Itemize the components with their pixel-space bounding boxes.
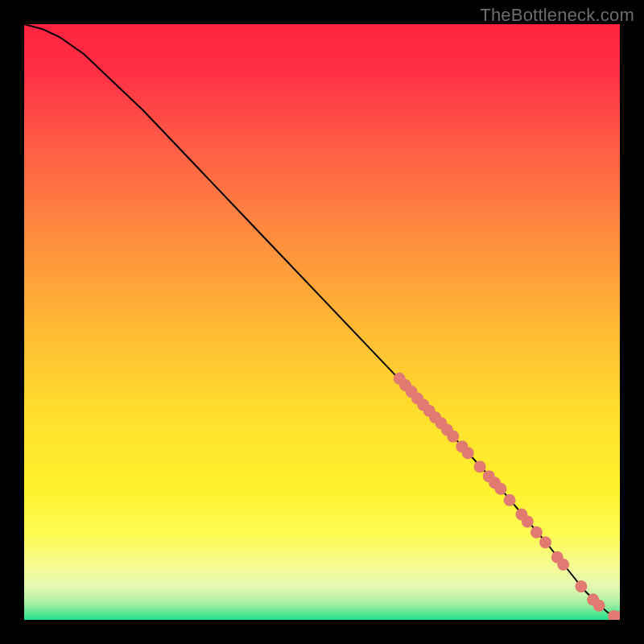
data-dot: [522, 515, 534, 527]
data-dot: [539, 536, 551, 548]
data-dot: [593, 600, 605, 612]
chart-stage: TheBottleneck.com: [0, 0, 644, 644]
watermark-text: TheBottleneck.com: [480, 5, 634, 26]
data-dot: [447, 431, 459, 443]
data-dot: [530, 526, 543, 539]
data-dot: [557, 559, 569, 571]
chart-svg: [24, 24, 620, 620]
data-dot: [495, 483, 507, 495]
data-dot: [462, 447, 474, 459]
plot-area: [24, 24, 620, 620]
data-dot: [504, 494, 516, 506]
data-dot: [474, 460, 486, 473]
gradient-background: [24, 24, 620, 620]
data-dot: [575, 580, 587, 592]
